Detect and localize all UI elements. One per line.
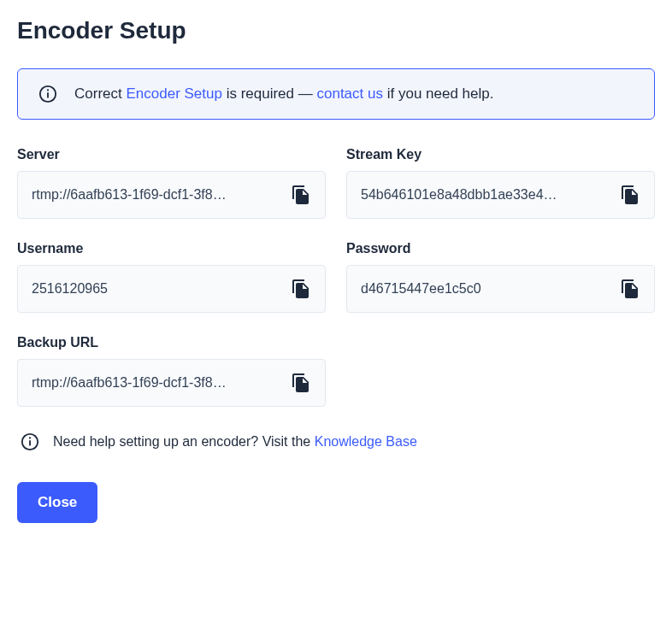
- info-icon: [38, 85, 57, 103]
- copy-icon: [291, 185, 311, 205]
- username-copy-button[interactable]: [291, 279, 311, 299]
- copy-icon: [620, 185, 640, 205]
- server-label: Server: [17, 147, 326, 162]
- username-label: Username: [17, 241, 326, 256]
- password-field: Password d46715447ee1c5c0: [346, 241, 655, 313]
- close-button[interactable]: Close: [17, 482, 97, 523]
- server-field: Server rtmp://6aafb613-1f69-dcf1-3f8…: [17, 147, 326, 219]
- backup-url-field: Backup URL rtmp://6aafb613-1f69-dcf1-3f8…: [17, 335, 326, 407]
- password-copy-button[interactable]: [620, 279, 640, 299]
- stream-key-label: Stream Key: [346, 147, 655, 162]
- username-box: 2516120965: [17, 265, 326, 313]
- backup-url-value: rtmp://6aafb613-1f69-dcf1-3f8…: [32, 375, 282, 391]
- info-banner-text: Correct Encoder Setup is required — cont…: [74, 85, 493, 103]
- copy-icon: [620, 279, 640, 299]
- page-title: Encoder Setup: [17, 17, 655, 44]
- info-banner-prefix: Correct: [74, 85, 126, 102]
- copy-icon: [291, 279, 311, 299]
- contact-us-link[interactable]: contact us: [316, 85, 383, 102]
- stream-key-value: 54b646101e8a48dbb1ae33e4…: [361, 187, 611, 203]
- fields-grid: Server rtmp://6aafb613-1f69-dcf1-3f8… St…: [17, 147, 655, 407]
- backup-url-label: Backup URL: [17, 335, 326, 350]
- info-banner-mid: is required —: [222, 85, 317, 102]
- server-copy-button[interactable]: [291, 185, 311, 205]
- stream-key-box: 54b646101e8a48dbb1ae33e4…: [346, 171, 655, 219]
- password-label: Password: [346, 241, 655, 256]
- backup-url-copy-button[interactable]: [291, 373, 311, 393]
- username-value: 2516120965: [32, 281, 282, 297]
- info-icon: [21, 432, 39, 451]
- password-box: d46715447ee1c5c0: [346, 265, 655, 313]
- knowledge-base-link[interactable]: Knowledge Base: [315, 434, 417, 449]
- svg-point-5: [29, 437, 31, 438]
- server-value: rtmp://6aafb613-1f69-dcf1-3f8…: [32, 187, 282, 203]
- backup-url-box: rtmp://6aafb613-1f69-dcf1-3f8…: [17, 359, 326, 407]
- help-text-prefix: Need help setting up an encoder? Visit t…: [53, 434, 315, 449]
- info-banner: Correct Encoder Setup is required — cont…: [17, 68, 655, 120]
- copy-icon: [291, 373, 311, 393]
- username-field: Username 2516120965: [17, 241, 326, 313]
- encoder-setup-link[interactable]: Encoder Setup: [126, 85, 221, 102]
- password-value: d46715447ee1c5c0: [361, 281, 611, 297]
- stream-key-copy-button[interactable]: [620, 185, 640, 205]
- stream-key-field: Stream Key 54b646101e8a48dbb1ae33e4…: [346, 147, 655, 219]
- info-banner-suffix: if you need help.: [383, 85, 493, 102]
- help-row: Need help setting up an encoder? Visit t…: [17, 432, 655, 451]
- server-box: rtmp://6aafb613-1f69-dcf1-3f8…: [17, 171, 326, 219]
- svg-point-2: [47, 89, 49, 91]
- help-text: Need help setting up an encoder? Visit t…: [53, 434, 417, 450]
